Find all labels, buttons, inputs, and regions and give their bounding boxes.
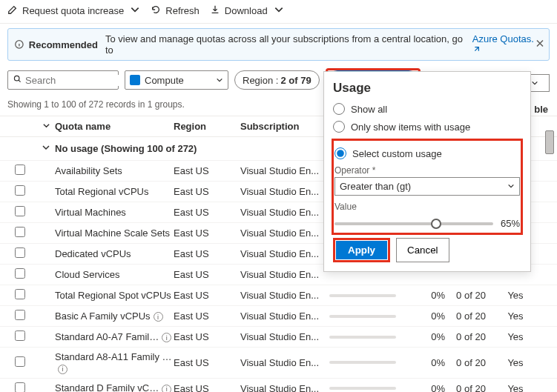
row-checkbox[interactable] bbox=[15, 268, 25, 279]
apply-button[interactable]: Apply bbox=[336, 241, 387, 259]
region-cell: East US bbox=[174, 248, 240, 259]
close-icon[interactable] bbox=[535, 39, 544, 50]
subscription-cell: Visual Studio En... bbox=[240, 207, 329, 218]
quota-value: 0 of 20 bbox=[445, 290, 497, 301]
col-quota-name[interactable]: Quota name bbox=[55, 121, 174, 132]
azure-quotas-link[interactable]: Azure Quotas. bbox=[472, 33, 543, 56]
subscription-cell: Visual Studio En... bbox=[240, 290, 329, 301]
region-cell: East US bbox=[174, 207, 240, 218]
quota-name-cell[interactable]: Standard D Family vC…i bbox=[55, 382, 174, 392]
quota-name-cell[interactable]: Total Regional vCPUs bbox=[55, 186, 174, 197]
radio-show-all[interactable]: Show all bbox=[333, 103, 521, 115]
quota-name-cell[interactable]: Availability Sets bbox=[55, 165, 174, 176]
usage-percent: 0% bbox=[411, 310, 445, 322]
info-icon[interactable]: i bbox=[58, 365, 67, 374]
quota-name-cell[interactable]: Total Regional Spot vCPUs bbox=[55, 290, 174, 301]
recommended-label: Recommended bbox=[29, 39, 98, 50]
provider-select[interactable]: Compute bbox=[125, 70, 228, 90]
search-icon bbox=[13, 74, 22, 86]
operator-select[interactable]: Greater than (gt) bbox=[334, 177, 520, 196]
row-checkbox[interactable] bbox=[15, 206, 25, 216]
usage-percent: 0% bbox=[411, 357, 445, 368]
chevron-down-icon bbox=[507, 181, 515, 192]
usage-bar bbox=[329, 336, 396, 339]
row-checkbox[interactable] bbox=[15, 248, 25, 258]
quota-name-cell[interactable]: Dedicated vCPUs bbox=[55, 248, 174, 259]
row-checkbox[interactable] bbox=[15, 289, 25, 299]
adjustable-value: Yes bbox=[497, 310, 534, 322]
toolbar: Request quota increase Refresh Download bbox=[0, 0, 557, 24]
quota-name-cell[interactable]: Standard A8-A11 Family …i bbox=[55, 351, 174, 374]
adjustable-value: Yes bbox=[497, 383, 534, 393]
region-filter[interactable]: Region : 2 of 79 bbox=[234, 70, 320, 90]
compute-icon bbox=[130, 75, 140, 85]
row-checkbox[interactable] bbox=[15, 165, 25, 175]
quota-name-cell[interactable]: Virtual Machines bbox=[55, 207, 174, 218]
region-cell: East US bbox=[174, 290, 240, 301]
row-checkbox[interactable] bbox=[15, 310, 25, 320]
usage-percent: 0% bbox=[411, 331, 445, 342]
radio-only-usage[interactable]: Only show items with usage bbox=[333, 121, 521, 133]
panel-title: Usage bbox=[333, 81, 521, 96]
subscription-cell: Visual Studio En... bbox=[240, 383, 329, 393]
quota-name-cell[interactable]: Standard A0-A7 Famil…i bbox=[55, 331, 174, 343]
usage-percent: 0% bbox=[411, 383, 445, 393]
group-label: No usage (Showing 100 of 272) bbox=[55, 143, 197, 154]
quota-value: 0 of 20 bbox=[445, 383, 497, 393]
chevron-down-icon bbox=[216, 75, 223, 86]
scrollbar-thumb[interactable] bbox=[545, 130, 554, 154]
region-cell: East US bbox=[174, 227, 240, 239]
refresh-button[interactable]: Refresh bbox=[151, 4, 200, 17]
row-checkbox[interactable] bbox=[15, 330, 25, 341]
expand-all-toggle[interactable] bbox=[37, 121, 55, 132]
subscription-cell: Visual Studio En... bbox=[240, 248, 329, 259]
request-quota-increase-button[interactable]: Request quota increase bbox=[7, 4, 140, 17]
quota-name-cell[interactable]: Virtual Machine Scale Sets bbox=[55, 227, 174, 239]
group-collapse-toggle[interactable] bbox=[37, 143, 55, 154]
subscription-cell: Visual Studio En... bbox=[240, 186, 329, 197]
info-icon[interactable]: i bbox=[162, 385, 171, 392]
region-cell: East US bbox=[174, 357, 240, 368]
chevron-down-icon bbox=[274, 4, 284, 17]
region-value: 2 of 79 bbox=[280, 75, 311, 86]
recommended-text: To view and manage quotas across all you… bbox=[105, 33, 468, 56]
usage-filter-panel: Usage Show all Only show items with usag… bbox=[323, 71, 531, 272]
subscription-cell: Visual Studio En... bbox=[240, 227, 329, 239]
row-checkbox[interactable] bbox=[15, 382, 25, 393]
quota-value: 0 of 20 bbox=[445, 357, 497, 368]
col-region[interactable]: Region bbox=[174, 121, 240, 132]
value-slider[interactable] bbox=[334, 222, 493, 225]
value-percent: 65% bbox=[501, 218, 520, 229]
adjustable-header-fragment: ble bbox=[534, 104, 548, 115]
subscription-cell: Visual Studio En... bbox=[240, 331, 329, 342]
region-cell: East US bbox=[174, 165, 240, 176]
cancel-button[interactable]: Cancel bbox=[396, 238, 449, 262]
region-cell: East US bbox=[174, 186, 240, 197]
info-icon[interactable]: i bbox=[162, 333, 171, 342]
value-label: Value bbox=[334, 202, 520, 212]
region-cell: East US bbox=[174, 310, 240, 322]
row-checkbox[interactable] bbox=[15, 185, 25, 196]
search-box[interactable] bbox=[7, 70, 119, 90]
adjustable-value: Yes bbox=[497, 357, 534, 368]
adjustable-value: Yes bbox=[497, 331, 534, 342]
recommended-bar: Recommended To view and manage quotas ac… bbox=[7, 28, 550, 61]
row-checkbox[interactable] bbox=[15, 356, 25, 367]
info-icon bbox=[14, 39, 24, 50]
usage-bar bbox=[329, 315, 396, 318]
info-icon[interactable]: i bbox=[154, 312, 163, 322]
apply-highlight: Apply bbox=[333, 238, 390, 262]
usage-percent: 0% bbox=[411, 290, 445, 301]
region-cell: East US bbox=[174, 269, 240, 280]
quota-name-cell[interactable]: Cloud Services bbox=[55, 269, 174, 280]
subscription-cell: Visual Studio En... bbox=[240, 269, 329, 280]
radio-custom-usage[interactable]: Select custom usage bbox=[334, 147, 520, 159]
col-subscription[interactable]: Subscription bbox=[240, 121, 329, 132]
operator-value: Greater than (gt) bbox=[340, 181, 411, 192]
download-button[interactable]: Download bbox=[210, 4, 284, 17]
adjustable-value: Yes bbox=[497, 290, 534, 301]
provider-value: Compute bbox=[145, 75, 211, 86]
row-checkbox[interactable] bbox=[15, 227, 25, 237]
quota-name-cell[interactable]: Basic A Family vCPUsi bbox=[55, 310, 174, 322]
quota-value: 0 of 20 bbox=[445, 310, 497, 322]
